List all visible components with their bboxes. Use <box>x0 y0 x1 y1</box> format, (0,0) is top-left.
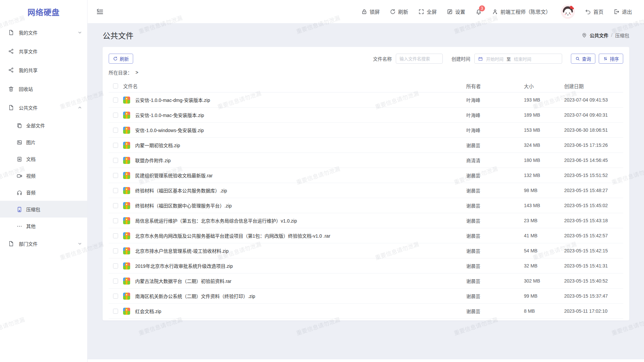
row-checkbox[interactable] <box>113 248 118 253</box>
sidebar-item-others[interactable]: 其他 <box>0 218 87 234</box>
table-row[interactable]: 云安信-1.0.0-mac-dmg-安装版本.zip 叶海峰 193 MB 20… <box>109 93 623 108</box>
refresh-button[interactable]: 刷新 <box>390 8 408 15</box>
row-checkbox[interactable] <box>113 294 118 299</box>
sidebar-item-all-files[interactable]: 全部文件 <box>0 117 87 134</box>
row-checkbox[interactable] <box>113 188 118 193</box>
table-row[interactable]: 民建组织管理系统验收文档最新版.rar 谢晨芸 132 MB 2023-05-1… <box>109 168 623 183</box>
table-row[interactable]: 红会文档.zip 谢晨芸 8 MB 2023-05-11 17:02:10 <box>109 304 623 319</box>
sidebar-item-documents[interactable]: 文档 <box>0 150 87 167</box>
table-row[interactable]: 云安信-1.0.0-mac-免安装版本.zip 叶海峰 189 MB 2023-… <box>109 108 623 123</box>
file-name[interactable]: 联盟办件附件.zip <box>135 157 466 164</box>
notifications-button[interactable]: 3 <box>475 8 482 15</box>
file-name[interactable]: 民建组织管理系统验收文档最新版.rar <box>135 172 466 179</box>
file-size: 153 MB <box>524 127 564 133</box>
file-name[interactable]: 红会文档.zip <box>135 308 466 314</box>
breadcrumb-parent[interactable]: 公共文件 <box>590 32 608 39</box>
table-row[interactable]: 安信-1.0.0-windows-免安装版.zip 叶海峰 153 MB 202… <box>109 123 623 138</box>
sidebar-item-shared-files[interactable]: 共享文件 <box>0 42 87 61</box>
logout-button[interactable]: 退出 <box>613 8 632 15</box>
file-name[interactable]: 终验材料（福田区数据中心管理服务平台）.zip <box>135 202 466 209</box>
created-filter-label: 创建时间 <box>451 55 470 62</box>
row-checkbox[interactable] <box>113 143 118 148</box>
file-name[interactable]: 南海区机关新办公系统（二期）文件资料（终验打印）.zip <box>135 293 466 299</box>
sidebar-item-recycle-bin[interactable]: 回收站 <box>0 79 87 98</box>
file-size: 41 MB <box>524 233 564 238</box>
table-row[interactable]: 终验材料（福田区基本公共服务数据库）.zip 谢晨芸 98 MB 2023-05… <box>109 183 623 198</box>
table-row[interactable]: 内蒙一期初验文档.zip 谢晨芸 324 MB 2023-06-15 17:15… <box>109 138 623 153</box>
query-button[interactable]: 查询 <box>571 54 595 64</box>
row-checkbox[interactable] <box>113 113 118 118</box>
sidebar-item-audio[interactable]: 音频 <box>0 184 87 201</box>
home-button[interactable]: 首页 <box>585 8 603 15</box>
select-all-checkbox[interactable] <box>113 83 118 88</box>
sidebar-item-videos[interactable]: 视频 <box>0 167 87 184</box>
row-checkbox[interactable] <box>113 128 118 133</box>
file-name[interactable]: 云安信-1.0.0-mac-免安装版本.zip <box>135 112 466 118</box>
zip-file-icon <box>123 112 130 119</box>
user-menu[interactable]: 前端工程师（陈思文） <box>492 8 551 15</box>
file-name[interactable]: 局信息系统运行维护（第五包：北京市水务局综合信息平台运行维护）v1.0.zip <box>135 217 466 224</box>
file-date: 2023-06-30 18:06:51 <box>564 127 623 133</box>
file-name[interactable]: 终验材料（福田区基本公共服务数据库）.zip <box>135 187 466 194</box>
file-name[interactable]: 2019年北京市水行政审批系统升级改造项目.zip <box>135 262 466 269</box>
row-checkbox[interactable] <box>113 233 118 238</box>
file-owner: 叶海峰 <box>466 97 524 103</box>
query-label: 查询 <box>582 55 591 62</box>
table-row[interactable]: 终验材料（福田区数据中心管理服务平台）.zip 谢晨芸 143 MB 2023-… <box>109 198 623 213</box>
row-checkbox[interactable] <box>113 279 118 284</box>
sidebar-item-archives[interactable]: 压缩包 <box>0 201 87 218</box>
row-checkbox[interactable] <box>113 309 118 314</box>
sort-label: 排序 <box>610 55 619 62</box>
sidebar-item-public-files[interactable]: 公共文件 <box>0 98 87 117</box>
chevron-up-icon <box>78 106 82 110</box>
sidebar-item-images[interactable]: 图片 <box>0 134 87 150</box>
file-name[interactable]: 北京市排水户信息管理系统-竣工验收材料.zip <box>135 247 466 254</box>
refresh-list-button[interactable]: 刷新 <box>109 54 133 64</box>
logout-label: 退出 <box>622 8 632 15</box>
refresh-list-label: 刷新 <box>120 55 129 62</box>
column-header-owner: 所有者 <box>466 82 524 89</box>
sort-button[interactable]: 排序 <box>599 54 623 64</box>
row-checkbox[interactable] <box>113 263 118 268</box>
file-size: 54 MB <box>524 248 564 253</box>
row-checkbox[interactable] <box>113 173 118 178</box>
user-avatar[interactable] <box>561 5 575 19</box>
sidebar-item-my-files[interactable]: 我的文件 <box>0 23 87 42</box>
table-row[interactable]: 内蒙古法院大数据平台（二期）初验前资料.rar 谢晨芸 302 MB 2023-… <box>109 274 623 289</box>
file-owner: 谢晨芸 <box>466 172 524 179</box>
table-row[interactable]: 北京市水务局内网改版及公共服务基础平台建设项目（第1包：内网改版）终验验文档-v… <box>109 228 623 243</box>
settings-button[interactable]: 设置 <box>447 8 465 15</box>
file-name[interactable]: 云安信-1.0.0-mac-dmg-安装版本.zip <box>135 97 466 103</box>
table-row[interactable]: 北京市排水户信息管理系统-竣工验收材料.zip 谢晨芸 54 MB 2023-0… <box>109 243 623 258</box>
file-name[interactable]: 内蒙古法院大数据平台（二期）初验前资料.rar <box>135 278 466 284</box>
date-range-picker[interactable]: 开始时间 至 结束时间 <box>474 54 562 64</box>
row-checkbox[interactable] <box>113 218 118 223</box>
file-name[interactable]: 安信-1.0.0-windows-免安装版.zip <box>135 127 466 133</box>
current-directory: 所在目录： > <box>109 69 623 76</box>
table-row[interactable]: 南海区机关新办公系统（二期）文件资料（终验打印）.zip 谢晨芸 99 MB 2… <box>109 289 623 304</box>
filename-search-input[interactable] <box>396 54 443 64</box>
sidebar-item-label: 我的共享 <box>19 67 82 73</box>
file-owner: 商清清 <box>466 157 524 164</box>
table-row[interactable]: 联盟办件附件.zip 商清清 180 MB 2023-06-15 14:56:4… <box>109 153 623 168</box>
file-name[interactable]: 内蒙一期初验文档.zip <box>135 142 466 148</box>
lock-screen-button[interactable]: 锁屏 <box>361 8 380 15</box>
directory-separator: > <box>136 70 138 75</box>
table-row[interactable]: 局信息系统运行维护（第五包：北京市水务局综合信息平台运行维护）v1.0.zip … <box>109 213 623 228</box>
file-date: 2023-05-15 15:51:52 <box>564 173 623 178</box>
sidebar-item-department-files[interactable]: 部门文件 <box>0 234 87 253</box>
row-checkbox[interactable] <box>113 98 118 103</box>
sidebar-item-my-shares[interactable]: 我的共享 <box>0 61 87 79</box>
row-checkbox[interactable] <box>113 158 118 163</box>
sidebar-item-label: 视频 <box>26 172 82 179</box>
sidebar-item-label: 我的文件 <box>19 29 78 36</box>
fullscreen-button[interactable]: 全屏 <box>418 8 437 15</box>
file-date: 2023-05-15 15:43:18 <box>564 218 623 223</box>
table-row[interactable]: 2019年北京市水行政审批系统升级改造项目.zip 谢晨芸 32 MB 2023… <box>109 258 623 274</box>
file-date: 2023-05-11 17:02:10 <box>564 308 623 314</box>
document-icon <box>16 156 22 162</box>
row-checkbox[interactable] <box>113 203 118 208</box>
sidebar-collapse-icon[interactable] <box>96 8 104 15</box>
file-name[interactable]: 北京市水务局内网改版及公共服务基础平台建设项目（第1包：内网改版）终验验文档-v… <box>135 232 466 239</box>
horizontal-scrollbar[interactable] <box>88 359 644 362</box>
